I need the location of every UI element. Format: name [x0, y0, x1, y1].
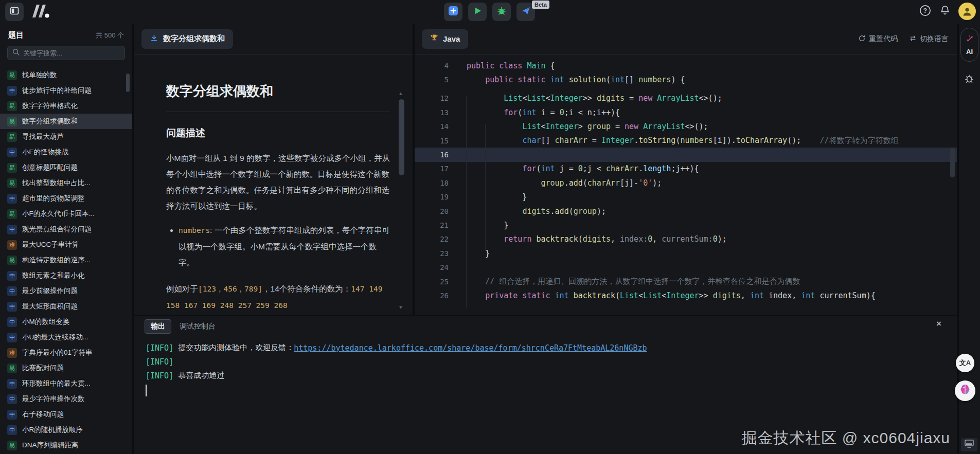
close-icon[interactable]: ×: [936, 319, 941, 329]
difficulty-badge: 易: [7, 256, 17, 265]
code-line[interactable]: 16: [415, 148, 957, 161]
debug-button[interactable]: [492, 3, 511, 21]
code-line[interactable]: 17 for(int j = 0;j < charArr.length;j++)…: [415, 162, 957, 176]
code-line[interactable]: 20 digits.add(group);: [415, 204, 957, 218]
problem-title-label: 小U的最大连续移动...: [22, 333, 88, 342]
problem-list-item[interactable]: 易数字字符串格式化: [0, 98, 132, 114]
feedback-link[interactable]: https://bytedance.larkoffice.com/share/b…: [294, 343, 647, 353]
code-line[interactable]: 12 List<List<Integer>> digits = new Arra…: [415, 92, 957, 105]
code-line[interactable]: 15 char[] charArr = Integer.toString(num…: [415, 134, 957, 148]
difficulty-badge: 中: [7, 394, 17, 404]
log-level-tag: [INFO]: [146, 343, 173, 353]
problem-list-item[interactable]: 中最大矩形面积问题: [0, 299, 132, 314]
reset-code-button[interactable]: 重置代码: [858, 34, 898, 44]
problem-list-item[interactable]: 中数组元素之和最小化: [0, 268, 132, 283]
log-level-tag: [INFO]: [146, 371, 173, 380]
problem-title-label: 环形数组中的最大贡...: [22, 379, 91, 388]
problem-list-item[interactable]: 中最少字符串操作次数: [0, 391, 132, 407]
translate-button[interactable]: 文A: [956, 354, 974, 372]
problem-list-item[interactable]: 难最大UCC子串计算: [0, 237, 132, 252]
problem-list-item[interactable]: 易找单独的数: [0, 67, 132, 83]
user-avatar[interactable]: [958, 3, 976, 20]
problem-description: 数字分组求偶数和 问题描述 小M面对一组从 1 到 9 的数字，这些数字被分成多…: [134, 55, 413, 314]
problem-tab[interactable]: 数字分组求偶数和: [141, 29, 233, 49]
problem-list-item[interactable]: 中小U的最大连续移动...: [0, 330, 132, 345]
problem-list-item[interactable]: 易找出整型数组中占比...: [0, 175, 132, 191]
problem-list-item[interactable]: 易创意标题匹配问题: [0, 160, 132, 175]
help-icon[interactable]: ?: [919, 4, 932, 19]
panel-toggle-icon: [9, 6, 20, 18]
difficulty-badge: 中: [7, 286, 17, 296]
search-input[interactable]: [23, 49, 120, 57]
code-line[interactable]: 21 }: [415, 218, 957, 232]
problem-list-item[interactable]: 中环形数组中的最大贡...: [0, 376, 132, 391]
ai-new-button[interactable]: [444, 3, 462, 21]
line-number: 21: [415, 221, 449, 229]
run-button[interactable]: [468, 3, 487, 21]
code-text: // 组合选择，用递归、回溯的方法，从数字组中选择一个数字，并检查各位之和是否为…: [449, 277, 800, 286]
language-tab[interactable]: Java: [422, 29, 468, 49]
example-mid: ，14个符合条件的数为：: [262, 284, 351, 293]
code-line[interactable]: 5 public static int solution(int[] numbe…: [415, 72, 957, 86]
code-editor[interactable]: 4public class Main {5 public static int …: [415, 55, 957, 314]
code-line[interactable]: 24: [415, 260, 957, 274]
tab-debug-console[interactable]: 调试控制台: [180, 322, 216, 331]
screen-monitor-button[interactable]: [961, 438, 977, 451]
problem-title-label: 创意标题匹配问题: [22, 163, 78, 172]
switch-language-button[interactable]: 切换语言: [909, 34, 949, 44]
difficulty-badge: 中: [7, 86, 17, 96]
problem-list-item[interactable]: 中石子移动问题: [0, 407, 132, 422]
problem-list-item[interactable]: 中小E的怪物挑战: [0, 144, 132, 160]
problem-list-item[interactable]: 中超市里的货物架调整: [0, 191, 132, 206]
problem-list-item[interactable]: 易数字分组求偶数和: [0, 114, 132, 129]
submit-button[interactable]: Beta: [516, 3, 535, 21]
problem-title-label: 小R的随机播放顺序: [22, 425, 83, 434]
problem-list-item[interactable]: 易比赛配对问题: [0, 360, 132, 376]
problem-list-item[interactable]: 易DNA序列编辑距离: [0, 438, 132, 453]
code-line[interactable]: 14 List<Integer> group = new ArrayList<>…: [415, 120, 957, 134]
problem-list-item[interactable]: 中小M的数组变换: [0, 314, 132, 330]
problem-list-item[interactable]: 易小F的永久代币卡回本...: [0, 206, 132, 222]
scroll-down-icon[interactable]: ▼: [398, 304, 403, 310]
problem-list-item[interactable]: 中最少前缀操作问题: [0, 283, 132, 299]
line-number: 25: [415, 278, 449, 286]
code-line[interactable]: 13 for(int i = 0;i < n;i++){: [415, 105, 957, 119]
code-line[interactable]: 19 }: [415, 190, 957, 204]
notifications-bell-icon[interactable]: [939, 4, 951, 19]
sidebar-scrollbar[interactable]: [126, 74, 130, 92]
sparkle-icon: [965, 34, 974, 46]
feedback-bug-icon[interactable]: [964, 73, 975, 86]
difficulty-badge: 中: [7, 194, 17, 204]
problem-count: 共 500 个: [96, 31, 124, 40]
ai-assistant-button[interactable]: AI: [960, 28, 978, 62]
code-line[interactable]: 4public class Main {: [415, 59, 957, 72]
plus-square-icon: [448, 6, 458, 18]
problem-list-item[interactable]: 难字典序最小的01字符串: [0, 345, 132, 360]
sidebar-toggle-button[interactable]: [5, 3, 24, 21]
problem-list-item[interactable]: 易构造特定数组的逆序...: [0, 252, 132, 268]
code-line[interactable]: 18 group.add(charArr[j]-'0');: [415, 176, 957, 190]
download-icon: [150, 34, 158, 44]
problem-scrollbar[interactable]: [399, 99, 404, 175]
trophy-icon: [430, 34, 438, 44]
problem-title-label: 数组元素之和最小化: [22, 271, 85, 280]
problem-list-item[interactable]: 中小R的随机播放顺序: [0, 422, 132, 438]
editor-scrollbar[interactable]: [950, 148, 955, 177]
language-tab-label: Java: [443, 34, 460, 43]
problem-list-item[interactable]: 中徒步旅行中的补给问题: [0, 83, 132, 98]
problem-list-item[interactable]: 易寻找最大葫芦: [0, 129, 132, 144]
ai-brain-button[interactable]: [955, 380, 975, 401]
code-line[interactable]: 26 private static int backtrack(List<Lis…: [415, 288, 957, 302]
code-line[interactable]: 23 }: [415, 246, 957, 260]
tab-output[interactable]: 输出: [145, 319, 171, 334]
scroll-up-icon[interactable]: ▲: [398, 90, 403, 96]
problem-list-item[interactable]: 中观光景点组合得分问题: [0, 222, 132, 237]
code-line[interactable]: 22 return backtrack(digits, index:0, cur…: [415, 232, 957, 246]
problem-sidebar: 题目 共 500 个 易找单独的数中徒步旅行中的补给问题易数字字符串格式化易数字…: [0, 24, 132, 454]
app-logo-icon[interactable]: [31, 4, 49, 20]
search-box[interactable]: [7, 46, 125, 60]
problem-title-label: 比赛配对问题: [22, 364, 64, 373]
code-line[interactable]: 25 // 组合选择，用递归、回溯的方法，从数字组中选择一个数字，并检查各位之和…: [415, 275, 957, 288]
swap-arrows-icon: [909, 34, 917, 44]
parameter-name: numbers: [179, 226, 210, 234]
